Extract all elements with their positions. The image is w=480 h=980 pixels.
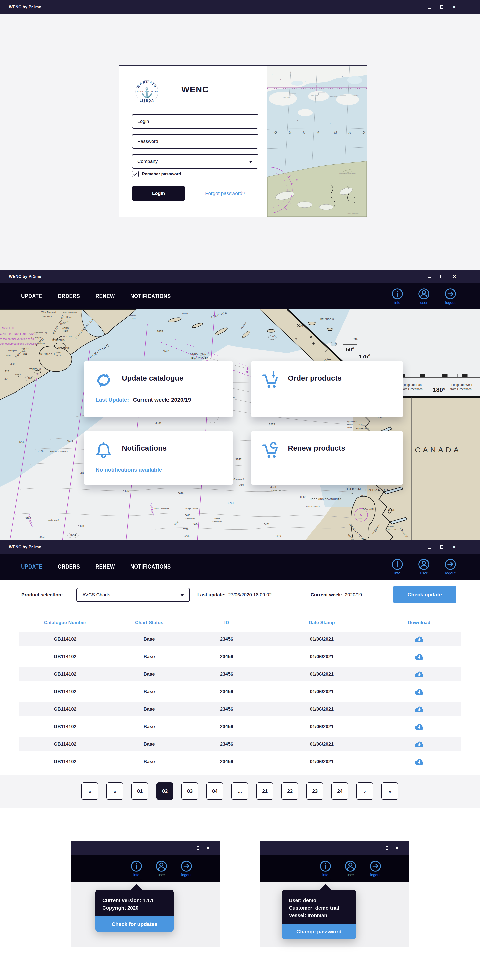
change-password-button[interactable]: Change password <box>282 924 356 939</box>
page-button[interactable]: 21 <box>257 782 274 800</box>
info-button[interactable]: info <box>131 860 142 877</box>
user-tooltip: User: demoCustomer: demo trialVessel: Ir… <box>282 889 356 939</box>
page-button[interactable]: › <box>357 782 373 800</box>
minimize-icon[interactable] <box>187 848 190 849</box>
map-label: 183 <box>28 377 32 380</box>
nav-item[interactable]: NOTIFICATIONS <box>131 293 171 299</box>
page-button[interactable]: 03 <box>182 782 198 800</box>
nav-item[interactable]: NOTIFICATIONS <box>131 564 171 570</box>
nav-item[interactable]: UPDATE <box>21 293 42 299</box>
page-button[interactable]: « <box>81 782 99 800</box>
page-button[interactable]: « <box>107 782 123 800</box>
info-tooltip: Current version: 1.1.1Copyright 2020 Che… <box>96 889 174 932</box>
maximize-icon[interactable] <box>197 846 199 850</box>
cloud-download-icon[interactable] <box>415 635 424 643</box>
login-button[interactable]: Login <box>132 186 185 201</box>
maximize-icon[interactable] <box>440 5 443 9</box>
minimize-icon[interactable] <box>428 8 432 9</box>
user-button[interactable]: user <box>156 860 167 877</box>
product-selection-label: Product selection: <box>21 592 63 598</box>
product-select-value: AVCS Charts <box>83 592 110 598</box>
map-label: m the normal variation of as <box>0 337 34 340</box>
nav-item[interactable]: ORDERS <box>58 564 80 570</box>
cloud-download-icon[interactable] <box>415 705 424 713</box>
forgot-password-link[interactable]: Forgot password? <box>194 186 257 201</box>
cell-chart-status: Base <box>112 724 187 729</box>
notifications-card[interactable]: Notifications No notifications available <box>84 431 233 485</box>
close-icon[interactable]: ✕ <box>206 846 210 850</box>
cloud-download-icon[interactable] <box>415 722 424 730</box>
close-icon[interactable]: ✕ <box>395 846 399 850</box>
login-input[interactable] <box>132 114 258 129</box>
page-button[interactable]: 01 <box>131 782 148 800</box>
nav-item[interactable]: RENEW <box>96 293 115 299</box>
logout-button[interactable]: logout <box>181 860 192 877</box>
window-title: WENC by Pr1me <box>9 274 41 279</box>
user-button[interactable]: user <box>418 288 430 305</box>
card-status: Last Update:Current week: 2020/19 <box>96 397 191 403</box>
renew-products-card[interactable]: Renew products <box>251 431 403 485</box>
minimize-icon[interactable] <box>428 277 432 278</box>
close-icon[interactable]: ✕ <box>453 5 456 10</box>
cell-date-stamp: 01/06/2021 <box>266 741 377 747</box>
close-icon[interactable]: ✕ <box>453 545 456 549</box>
maximize-icon[interactable] <box>440 545 443 549</box>
charts-table: Catalogue Number Chart Status ID Date St… <box>19 620 461 770</box>
nav-item[interactable]: UPDATE <box>21 564 42 570</box>
page-button[interactable]: 04 <box>206 782 223 800</box>
map-label: 3612 <box>185 514 191 517</box>
page-button[interactable]: 02 <box>156 782 174 800</box>
info-icon <box>392 288 403 300</box>
nav-item[interactable]: RENEW <box>96 564 115 570</box>
info-button[interactable]: info <box>392 288 403 305</box>
map-label: Miller Seamount <box>155 508 169 510</box>
svg-text:MARCA: MARCA <box>137 91 144 93</box>
page-button[interactable]: 22 <box>282 782 298 800</box>
nav-item[interactable]: ORDERS <box>58 293 80 299</box>
remember-checkbox[interactable] <box>132 171 139 177</box>
map-label: 5761 <box>228 501 234 504</box>
logout-button[interactable]: logout <box>370 860 381 877</box>
company-select[interactable]: Company <box>132 154 258 169</box>
order-products-card[interactable]: Order products <box>251 361 403 417</box>
check-for-updates-button[interactable]: Check for updates <box>96 916 174 932</box>
map-label: G U N A <box>274 131 325 134</box>
user-button[interactable]: user <box>418 558 430 575</box>
cloud-download-icon[interactable] <box>415 687 424 695</box>
map-label: Kiska I <box>182 313 188 315</box>
map-label: 252 <box>4 378 8 380</box>
map-label: een observed along the Alaska <box>0 342 38 345</box>
maximize-icon[interactable] <box>440 275 443 278</box>
close-icon[interactable]: ✕ <box>453 274 456 279</box>
map-label: 4435 <box>123 489 129 492</box>
minimize-icon[interactable] <box>428 547 432 549</box>
info-button[interactable]: info <box>320 860 331 877</box>
page-button[interactable]: 23 <box>306 782 324 800</box>
maximize-icon[interactable] <box>386 846 389 850</box>
map-label: R Bn <box>63 330 68 332</box>
info-button[interactable]: info <box>392 558 403 575</box>
page-button[interactable]: ... <box>231 782 249 800</box>
cloud-download-icon[interactable] <box>415 757 424 765</box>
user-button[interactable]: user <box>345 860 356 877</box>
password-input[interactable] <box>132 134 258 149</box>
check-update-button[interactable]: Check update <box>393 586 456 603</box>
map-label: Y ODAS "46071" <box>190 353 209 355</box>
logout-button[interactable]: logout <box>445 288 456 305</box>
cell-date-stamp: 01/06/2021 <box>266 706 377 712</box>
cloud-download-icon[interactable] <box>415 652 424 660</box>
map-label: 1719 <box>276 535 281 537</box>
minimize-icon[interactable] <box>375 848 379 849</box>
map-label: AERO <box>62 327 69 329</box>
cloud-download-icon[interactable] <box>415 740 424 748</box>
product-select[interactable]: AVCS Charts <box>77 588 190 602</box>
logout-button[interactable]: logout <box>445 558 456 575</box>
update-catalogue-card[interactable]: Update catalogue Last Update:Current wee… <box>84 361 233 417</box>
page-button[interactable]: 24 <box>332 782 349 800</box>
table-header: Catalogue Number Chart Status ID Date St… <box>19 620 461 625</box>
cloud-download-icon[interactable] <box>415 670 424 678</box>
page-button[interactable]: » <box>381 782 399 800</box>
window-titlebar: WENC by Pr1me ✕ <box>0 540 480 554</box>
cell-catalogue-number: GB114102 <box>19 689 112 694</box>
cell-date-stamp: 01/06/2021 <box>266 671 377 677</box>
